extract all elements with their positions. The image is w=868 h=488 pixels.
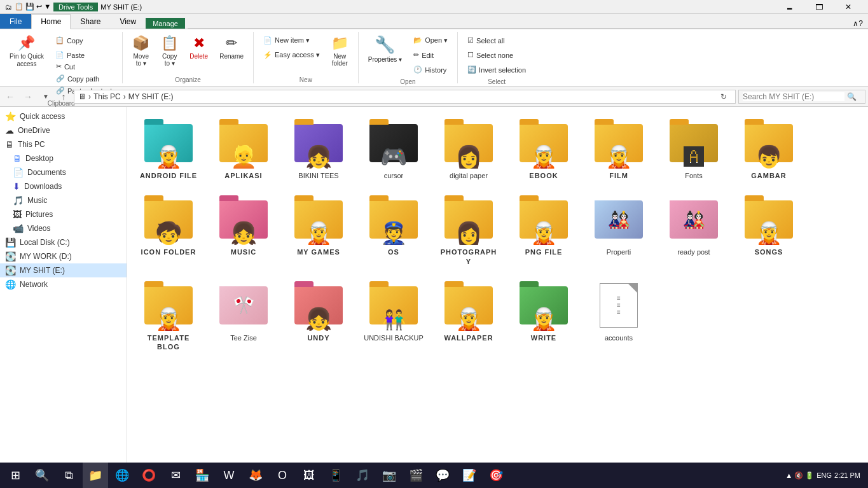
sidebar-item-onedrive[interactable]: ☁ OneDrive — [0, 123, 127, 137]
sidebar-item-my-work-d[interactable]: 💽 MY WORK (D:) — [0, 249, 127, 263]
file-item-android-file[interactable]: 🧝 ANDROID FILE — [134, 113, 203, 185]
tab-share[interactable]: Share — [71, 14, 110, 29]
word-button[interactable]: W — [216, 463, 242, 488]
file-item-write[interactable]: 🧝 WRITE — [509, 275, 579, 356]
refresh-button[interactable]: ↻ — [716, 89, 731, 104]
taskbar-app5[interactable]: 💬 — [430, 463, 455, 488]
maximize-button[interactable]: 🗖 — [804, 0, 834, 14]
file-item-music[interactable]: 👧 MUSIC — [209, 190, 279, 270]
taskbar-app7[interactable]: 🎯 — [483, 463, 509, 488]
file-item-accounts[interactable]: ≡≡≡ accounts — [584, 275, 654, 356]
taskbar-app2[interactable]: 🎵 — [350, 463, 375, 488]
opera-button[interactable]: O — [270, 463, 295, 488]
fonts-icon: 🅰 — [668, 118, 719, 169]
sidebar-item-local-disk-c[interactable]: 💾 Local Disk (C:) — [0, 235, 127, 249]
file-item-aplikasi[interactable]: 👱 APLIKASI — [209, 113, 279, 185]
photos-button[interactable]: 🖼 — [296, 463, 322, 488]
ribbon-toggle[interactable]: ∧ — [853, 19, 858, 28]
sidebar-item-videos[interactable]: 📹 Videos — [0, 221, 127, 235]
copy-to-button[interactable]: 📋 Copyto ▾ — [156, 32, 183, 70]
tab-file[interactable]: File — [0, 14, 31, 29]
new-item-button[interactable]: 📄 New item ▾ — [259, 34, 324, 46]
copy-button[interactable]: 📋 Copy — [51, 34, 117, 46]
store-button[interactable]: 🏪 — [189, 463, 215, 488]
file-item-film[interactable]: 🧝 FILM — [584, 113, 654, 185]
file-item-undishi-backup[interactable]: 👫 UNDISHI BACKUP — [359, 275, 429, 356]
search-taskbar-button[interactable]: 🔍 — [29, 463, 55, 488]
file-item-template-blog[interactable]: 🧝 TEMPLATE BLOG — [134, 275, 203, 356]
file-item-my-games[interactable]: 🧝 MY GAMES — [284, 190, 354, 270]
file-explorer-taskbar-button[interactable]: 📁 — [83, 463, 108, 488]
tab-manage[interactable]: Manage — [146, 18, 185, 29]
taskbar-app6[interactable]: 📝 — [457, 463, 482, 488]
sidebar-item-downloads[interactable]: ⬇ Downloads — [0, 179, 127, 193]
file-item-icon-folder[interactable]: 🧒 ICON FOLDER — [134, 190, 203, 270]
sidebar-item-music[interactable]: 🎵 Music — [0, 193, 127, 207]
invert-selection-button[interactable]: 🔄 Invert selection — [463, 64, 530, 76]
sidebar-item-documents[interactable]: 📄 Documents — [0, 165, 127, 179]
easy-access-button[interactable]: ⚡ Easy access ▾ — [259, 49, 324, 61]
taskbar-app4[interactable]: 🎬 — [403, 463, 429, 488]
tab-view[interactable]: View — [110, 14, 146, 29]
move-to-button[interactable]: 📦 Moveto ▾ — [128, 32, 154, 70]
start-button[interactable]: ⊞ — [3, 463, 28, 488]
quick-access-icon: ⭐ — [5, 111, 16, 122]
up-button[interactable]: ↑ — [56, 89, 71, 104]
file-item-os[interactable]: 👮 OS — [359, 190, 429, 270]
firefox-button[interactable]: 🦊 — [243, 463, 268, 488]
file-item-png-file[interactable]: 🧝 PNG FILE — [509, 190, 579, 270]
sidebar-item-quick-access[interactable]: ⭐ Quick access — [0, 109, 127, 123]
file-item-wallpaper[interactable]: 🧝 WALLPAPER — [434, 275, 504, 356]
chrome-button[interactable]: ⭕ — [136, 463, 162, 488]
rename-button[interactable]: ✏ Rename — [215, 32, 248, 63]
open-button[interactable]: 📂 Open ▾ — [409, 34, 452, 46]
select-none-button[interactable]: ☐ Select none — [463, 49, 530, 61]
file-item-undy[interactable]: 👧 UNDY — [284, 275, 354, 356]
file-item-photography[interactable]: 👩 PHOTOGRAPHY — [434, 190, 504, 270]
recent-locations-button[interactable]: ▼ — [38, 89, 53, 104]
sidebar-item-this-pc[interactable]: 🖥 This PC — [0, 137, 127, 151]
select-items: ☑ Select all ☐ Select none 🔄 Invert sele… — [463, 32, 530, 76]
accounts-label: accounts — [605, 333, 633, 342]
help-button[interactable]: ? — [858, 19, 863, 28]
wallpaper-label: WALLPAPER — [444, 333, 493, 342]
icon-folder-icon: 🧒 — [143, 194, 194, 245]
edge-button[interactable]: 🌐 — [109, 463, 135, 488]
sidebar-item-pictures[interactable]: 🖼 Pictures — [0, 207, 127, 221]
file-item-bikini-tees[interactable]: 👧 BIKINI TEES — [284, 113, 354, 185]
new-folder-button[interactable]: 📁 Newfolder — [327, 32, 353, 70]
minimize-button[interactable]: 🗕 — [775, 0, 804, 14]
back-button[interactable]: ← — [3, 89, 18, 104]
file-item-gambar[interactable]: 👦 GAMBAR — [734, 113, 804, 185]
sidebar-label-onedrive: OneDrive — [18, 126, 50, 135]
forward-button[interactable]: → — [20, 89, 36, 104]
select-all-button[interactable]: ☑ Select all — [463, 34, 530, 46]
task-view-button[interactable]: ⧉ — [56, 463, 81, 488]
search-input[interactable] — [743, 92, 844, 101]
tab-home[interactable]: Home — [31, 14, 71, 29]
gambar-label: GAMBAR — [751, 171, 787, 180]
close-button[interactable]: ✕ — [834, 0, 863, 14]
sidebar-item-network[interactable]: 🌐 Network — [0, 277, 127, 291]
sidebar-item-desktop[interactable]: 🖥 Desktop — [0, 151, 127, 165]
file-item-ready-post[interactable]: 🎎 ready post — [659, 190, 729, 270]
pin-to-quick-access-button[interactable]: 📌 Pin to Quickaccess — [5, 32, 48, 71]
taskbar-app1[interactable]: 📱 — [323, 463, 348, 488]
delete-button[interactable]: ✖ Delete — [185, 32, 212, 63]
file-item-properti[interactable]: 🎎 Properti — [584, 190, 654, 270]
edit-button[interactable]: ✏ Edit — [409, 49, 452, 61]
taskbar-app3[interactable]: 📷 — [376, 463, 402, 488]
file-item-ebook[interactable]: 🧝 EBOOK — [509, 113, 579, 185]
copy-path-button[interactable]: 🔗 Copy path — [55, 74, 100, 83]
file-item-songs[interactable]: 🧝 SONGS — [734, 190, 804, 270]
sidebar-item-my-shit-e[interactable]: 💽 MY SHIT (E:) — [0, 263, 127, 277]
history-button[interactable]: 🕐 History — [409, 64, 452, 76]
properties-button[interactable]: 🔧 Properties ▾ — [364, 32, 406, 66]
file-item-cursor[interactable]: 🎮 cursor — [359, 113, 429, 185]
file-item-fonts[interactable]: 🅰 Fonts — [659, 113, 729, 185]
file-item-tee-zise[interactable]: 🎌 Tee Zise — [209, 275, 279, 356]
cut-button[interactable]: ✂ Cut — [55, 62, 76, 71]
mail-button[interactable]: ✉ — [163, 463, 188, 488]
file-item-digital-paper[interactable]: 👩 digital paper — [434, 113, 504, 185]
address-path[interactable]: 🖥 › This PC › MY SHIT (E:) ↻ — [74, 90, 736, 104]
